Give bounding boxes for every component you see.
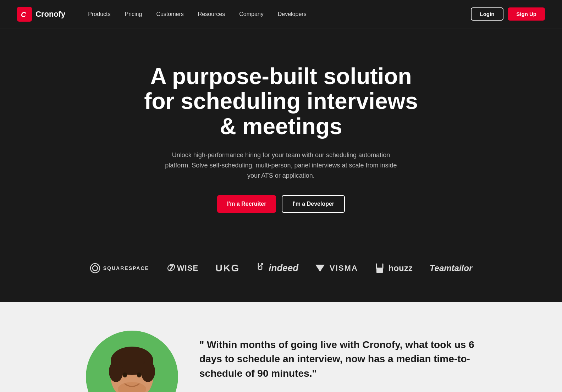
hero-subtitle: Unlock high-performance hiring for your … bbox=[160, 150, 402, 181]
svg-point-3 bbox=[93, 266, 98, 271]
nav-company[interactable]: Company bbox=[233, 8, 269, 20]
nav-developers[interactable]: Developers bbox=[272, 8, 312, 20]
svg-point-11 bbox=[109, 361, 123, 382]
hero-section: A purpose-built solution for scheduling … bbox=[0, 28, 562, 241]
main-nav: C Cronofy Products Pricing Customers Res… bbox=[0, 0, 562, 28]
svg-text:C: C bbox=[21, 11, 26, 18]
developer-button[interactable]: I'm a Developer bbox=[282, 195, 345, 213]
avatar bbox=[86, 331, 178, 392]
logo-icon: C bbox=[17, 7, 32, 22]
login-button[interactable]: Login bbox=[471, 7, 504, 21]
svg-point-13 bbox=[123, 372, 127, 377]
testimonial-avatar-wrap bbox=[86, 331, 178, 392]
testimonial-content: " Within months of going live with Crono… bbox=[199, 331, 476, 381]
nav-pricing[interactable]: Pricing bbox=[119, 8, 148, 20]
recruiter-button[interactable]: I'm a Recruiter bbox=[217, 195, 276, 213]
svg-point-14 bbox=[137, 372, 141, 377]
svg-point-4 bbox=[261, 263, 263, 265]
logo-teamtailor: Teamtailor bbox=[430, 263, 472, 273]
logo-houzz: houzz bbox=[375, 263, 413, 273]
hero-title: A purpose-built solution for scheduling … bbox=[139, 64, 423, 139]
testimonial-section: " Within months of going live with Crono… bbox=[0, 302, 562, 392]
partner-logos: SQUARESPACE ⑦ WISE UKG indeed VISMA houz… bbox=[0, 241, 562, 302]
wise-icon: ⑦ bbox=[166, 263, 174, 274]
svg-marker-5 bbox=[315, 265, 325, 272]
svg-rect-6 bbox=[376, 268, 383, 273]
logo-link[interactable]: C Cronofy bbox=[17, 7, 65, 22]
logo-wise: ⑦ WISE bbox=[166, 263, 198, 274]
houzz-icon bbox=[375, 263, 384, 273]
logo-ukg: UKG bbox=[215, 263, 239, 274]
nav-products[interactable]: Products bbox=[82, 8, 116, 20]
avatar-image bbox=[89, 334, 175, 392]
indeed-icon bbox=[257, 263, 265, 271]
svg-point-2 bbox=[90, 264, 100, 273]
nav-customers[interactable]: Customers bbox=[150, 8, 189, 20]
visma-icon bbox=[315, 265, 325, 272]
logo-visma: VISMA bbox=[315, 264, 358, 273]
logo-squarespace: SQUARESPACE bbox=[90, 263, 149, 274]
squarespace-icon bbox=[90, 263, 100, 274]
nav-resources[interactable]: Resources bbox=[192, 8, 231, 20]
nav-actions: Login Sign Up bbox=[471, 7, 545, 21]
logo-text: Cronofy bbox=[35, 10, 65, 19]
svg-point-12 bbox=[141, 361, 155, 382]
signup-button[interactable]: Sign Up bbox=[508, 7, 545, 21]
logo-indeed: indeed bbox=[257, 263, 298, 274]
testimonial-quote-text: " Within months of going live with Crono… bbox=[199, 338, 476, 381]
nav-links: Products Pricing Customers Resources Com… bbox=[82, 8, 470, 20]
hero-buttons: I'm a Recruiter I'm a Developer bbox=[17, 195, 545, 213]
